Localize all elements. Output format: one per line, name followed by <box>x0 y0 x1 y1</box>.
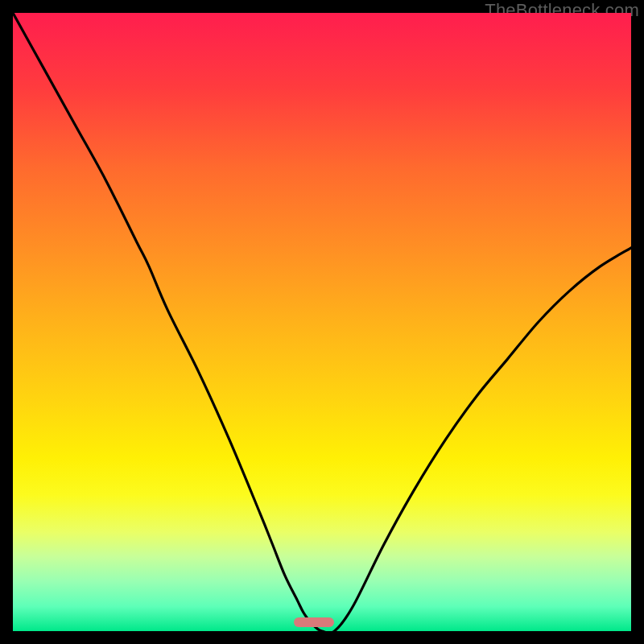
chart-frame <box>13 13 631 631</box>
bottleneck-curve-path <box>13 13 631 631</box>
optimal-range-marker <box>294 617 334 627</box>
chart-curve-svg <box>13 13 631 631</box>
